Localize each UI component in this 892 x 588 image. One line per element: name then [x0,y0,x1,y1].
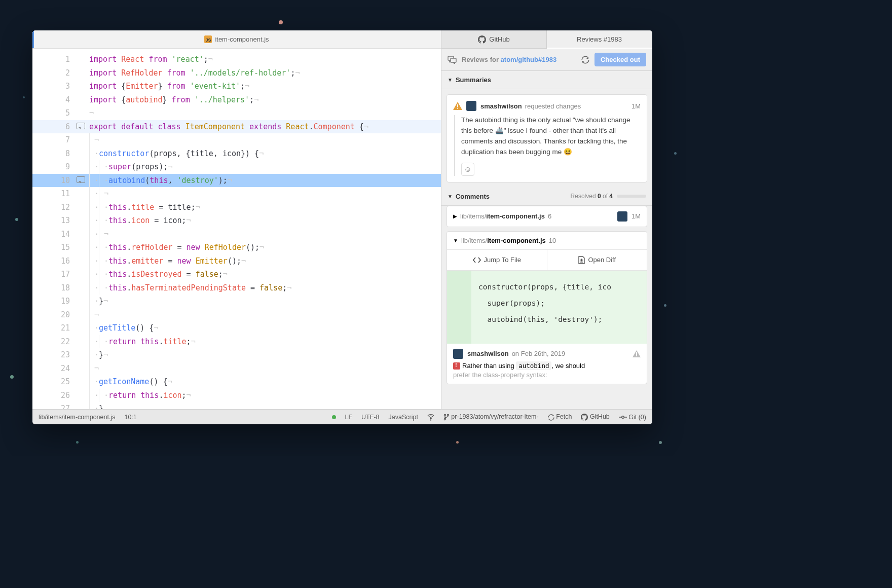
avatar [453,349,463,359]
svg-point-6 [430,417,432,419]
comment-date: on Feb 26th, 2019 [512,350,566,357]
comment-thread-expanded: ▼ lib/items/item-component.js 10 Jump To… [447,231,647,384]
comment-user[interactable]: smashwilson [467,350,509,357]
js-file-icon: JS [204,35,212,43]
thread-actions: Jump To File Open Diff [447,250,647,271]
svg-rect-5 [636,355,637,356]
editor-pane: JS item-component.js 1 2 3 4 5 6 7 8 9 1… [32,30,441,409]
disclosure-icon: ▼ [448,194,453,199]
avatar [617,211,627,222]
status-line-ending[interactable]: LF [345,414,353,421]
tab-github[interactable]: GitHub [441,30,547,48]
editor-window: JS item-component.js 1 2 3 4 5 6 7 8 9 1… [32,30,652,424]
status-language[interactable]: JavaScript [389,414,418,421]
git-commit-icon [619,415,627,420]
svg-rect-2 [457,104,458,107]
status-fetch[interactable]: Fetch [548,413,572,420]
disclosure-icon: ▼ [453,238,458,243]
reviews-for-text: Reviews for atom/github#1983 [462,56,556,63]
summaries-header[interactable]: ▼ Summaries [441,71,652,89]
sync-icon [548,414,554,421]
code-icon [473,257,481,263]
thread-age: 1M [631,212,641,220]
status-cursor-pos[interactable]: 10:1 [124,414,136,421]
reviews-toolbar: Reviews for atom/github#1983 Checked out [441,49,652,71]
avatar [466,101,476,111]
svg-point-8 [447,414,449,416]
diff-preview: constructor(props, {title, ico super(pro… [447,271,647,344]
summaries-section: ▼ Summaries smashwilson requested change… [441,71,652,188]
status-github[interactable]: GitHub [581,413,609,421]
svg-point-7 [444,414,445,416]
status-git[interactable]: Git (0) [619,414,646,421]
sync-icon[interactable] [581,56,589,64]
comment-entry: smashwilson on Feb 26th, 2019 Rather tha… [447,344,647,384]
warning-icon [633,350,641,357]
conversation-icon [448,56,457,64]
resolved-count: Resolved 0 of 4 [571,193,613,200]
side-tabs: GitHub Reviews #1983 [441,30,652,49]
git-branch-icon [443,414,450,421]
comments-header[interactable]: ▼ Comments Resolved 0 of 4 [441,188,652,206]
comment-body: Rather than using autobind, we should pr… [453,362,641,379]
comments-section: ▼ Comments Resolved 0 of 4 ▶ lib/items/i… [441,188,652,384]
reviews-pane: GitHub Reviews #1983 Reviews for atom/gi… [441,30,652,409]
disclosure-icon: ▶ [453,213,457,219]
pr-link[interactable]: atom/github#1983 [501,56,557,63]
open-diff-button[interactable]: Open Diff [547,250,647,270]
tab-reviews[interactable]: Reviews #1983 [547,30,652,49]
review-age: 1M [631,102,641,110]
diff-icon [578,256,585,264]
review-action: requested changes [525,102,581,110]
line-gutter: 1 2 3 4 5 6 7 8 9 10 11 12 13 14 15 16 1… [32,49,89,409]
status-indicator-icon [332,415,336,419]
tab-active-indicator [32,30,34,48]
disclosure-icon: ▼ [448,77,453,83]
warning-icon [453,102,462,110]
comment-thread-collapsed[interactable]: ▶ lib/items/item-component.js 6 1M [447,206,647,227]
add-reaction-button[interactable]: ☺ [461,163,474,176]
resolved-progress [617,195,646,198]
review-body: The autobind thing is the only actual "w… [454,115,641,176]
comment-gutter-icon[interactable] [77,176,85,183]
review-user[interactable]: smashwilson [480,102,522,110]
telemetry-icon[interactable] [427,414,434,421]
status-bar: lib/items/item-component.js 10:1 LF UTF-… [32,409,652,424]
code-area[interactable]: 1 2 3 4 5 6 7 8 9 10 11 12 13 14 15 16 1… [32,49,441,409]
review-summary-card: smashwilson requested changes 1M The aut… [447,94,647,182]
github-icon [478,35,486,44]
status-branch[interactable]: pr-1983/atom/vy/refractor-item- [443,413,539,421]
status-encoding[interactable]: UTF-8 [361,414,379,421]
jump-to-file-button[interactable]: Jump To File [447,250,547,270]
status-path[interactable]: lib/items/item-component.js [39,414,115,421]
thread-header[interactable]: ▼ lib/items/item-component.js 10 [447,232,647,250]
comment-gutter-icon[interactable] [77,123,85,129]
svg-point-9 [444,418,445,420]
github-icon [581,414,588,421]
svg-rect-4 [636,352,637,355]
editor-tab-bar: JS item-component.js [32,30,441,49]
svg-rect-1 [451,58,456,62]
code-lines[interactable]: import React from 'react';¬ import RefHo… [89,49,441,409]
svg-point-10 [621,416,624,419]
blocker-icon [453,362,460,370]
editor-tab-title[interactable]: item-component.js [215,35,269,43]
checked-out-button[interactable]: Checked out [594,53,646,66]
svg-rect-3 [457,108,458,109]
